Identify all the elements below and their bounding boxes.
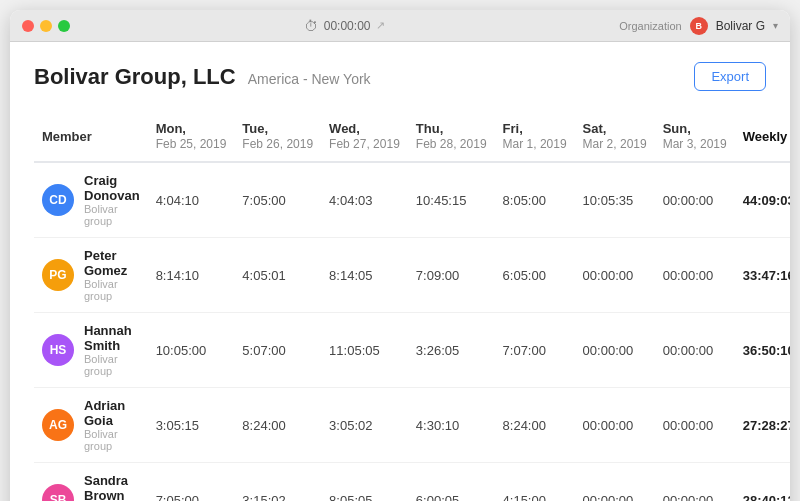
expand-icon: ↗ xyxy=(376,19,385,32)
member-name: Peter Gomez xyxy=(84,248,140,278)
sat-date: Mar 2, 2019 xyxy=(583,137,647,151)
time-cell-5: 10:05:35 xyxy=(575,162,655,238)
member-name: Sandra Brown xyxy=(84,473,140,501)
time-cell-0: 7:05:00 xyxy=(148,463,235,502)
org-chevron[interactable]: ▾ xyxy=(773,20,778,31)
time-cell-6: 00:00:00 xyxy=(655,162,735,238)
close-button[interactable] xyxy=(22,20,34,32)
sat-name: Sat, xyxy=(583,121,607,136)
thu-date: Feb 28, 2019 xyxy=(416,137,487,151)
table-row: AG Adrian Goia Bolivar group 3:05:158:24… xyxy=(34,388,790,463)
wed-date: Feb 27, 2019 xyxy=(329,137,400,151)
member-cell: SB Sandra Brown Bolivar group xyxy=(34,463,148,502)
col-thu: Thu, Feb 28, 2019 xyxy=(408,111,495,162)
timer-icon: ⏱ xyxy=(304,18,318,34)
time-cell-5: 00:00:00 xyxy=(575,313,655,388)
time-cell-0: 8:14:10 xyxy=(148,238,235,313)
member-avatar: HS xyxy=(42,334,74,366)
org-avatar: B xyxy=(690,17,708,35)
timesheet-table: Member Mon, Feb 25, 2019 Tue, Feb 26, 20… xyxy=(34,111,790,501)
weekly-total-header: Weekly total xyxy=(735,111,790,162)
member-cell: AG Adrian Goia Bolivar group xyxy=(34,388,148,463)
table-header-row: Member Mon, Feb 25, 2019 Tue, Feb 26, 20… xyxy=(34,111,790,162)
sun-date: Mar 3, 2019 xyxy=(663,137,727,151)
member-cell: CD Craig Donovan Bolivar group xyxy=(34,162,148,238)
export-button[interactable]: Export xyxy=(694,62,766,91)
time-cell-1: 4:05:01 xyxy=(234,238,321,313)
time-cell-4: 4:15:00 xyxy=(495,463,575,502)
tue-date: Feb 26, 2019 xyxy=(242,137,313,151)
org-label: Organization xyxy=(619,20,681,32)
col-sat: Sat, Mar 2, 2019 xyxy=(575,111,655,162)
time-cell-5: 00:00:00 xyxy=(575,388,655,463)
table-row: PG Peter Gomez Bolivar group 8:14:104:05… xyxy=(34,238,790,313)
mon-date: Feb 25, 2019 xyxy=(156,137,227,151)
weekly-total-cell: 44:09:03 xyxy=(735,162,790,238)
time-cell-1: 8:24:00 xyxy=(234,388,321,463)
table-row: CD Craig Donovan Bolivar group 4:04:107:… xyxy=(34,162,790,238)
timesheet-table-container: Member Mon, Feb 25, 2019 Tue, Feb 26, 20… xyxy=(34,111,766,501)
content-area: Bolivar Group, LLC America - New York Ex… xyxy=(10,42,790,501)
member-info: Adrian Goia Bolivar group xyxy=(84,398,140,452)
time-cell-4: 6:05:00 xyxy=(495,238,575,313)
member-info: Peter Gomez Bolivar group xyxy=(84,248,140,302)
time-cell-6: 00:00:00 xyxy=(655,463,735,502)
page-title-group: Bolivar Group, LLC America - New York xyxy=(34,64,371,90)
weekly-total-cell: 36:50:10 xyxy=(735,313,790,388)
weekly-total-cell: 27:28:27 xyxy=(735,388,790,463)
member-name: Hannah Smith xyxy=(84,323,140,353)
col-wed: Wed, Feb 27, 2019 xyxy=(321,111,408,162)
table-row: HS Hannah Smith Bolivar group 10:05:005:… xyxy=(34,313,790,388)
member-group: Bolivar group xyxy=(84,353,140,377)
time-cell-3: 10:45:15 xyxy=(408,162,495,238)
sun-name: Sun, xyxy=(663,121,691,136)
time-cell-1: 5:07:00 xyxy=(234,313,321,388)
minimize-button[interactable] xyxy=(40,20,52,32)
time-cell-1: 7:05:00 xyxy=(234,162,321,238)
time-cell-3: 3:26:05 xyxy=(408,313,495,388)
member-name: Adrian Goia xyxy=(84,398,140,428)
thu-name: Thu, xyxy=(416,121,443,136)
wed-name: Wed, xyxy=(329,121,360,136)
member-cell: PG Peter Gomez Bolivar group xyxy=(34,238,148,313)
member-info: Sandra Brown Bolivar group xyxy=(84,473,140,501)
col-fri: Fri, Mar 1, 2019 xyxy=(495,111,575,162)
member-avatar: CD xyxy=(42,184,74,216)
member-cell: HS Hannah Smith Bolivar group xyxy=(34,313,148,388)
member-group: Bolivar group xyxy=(84,428,140,452)
time-cell-6: 00:00:00 xyxy=(655,313,735,388)
member-name: Craig Donovan xyxy=(84,173,140,203)
mon-name: Mon, xyxy=(156,121,186,136)
time-cell-3: 4:30:10 xyxy=(408,388,495,463)
member-group: Bolivar group xyxy=(84,278,140,302)
fri-name: Fri, xyxy=(503,121,523,136)
time-cell-6: 00:00:00 xyxy=(655,238,735,313)
member-group: Bolivar group xyxy=(84,203,140,227)
time-cell-3: 6:00:05 xyxy=(408,463,495,502)
member-avatar: SB xyxy=(42,484,74,501)
col-sun: Sun, Mar 3, 2019 xyxy=(655,111,735,162)
time-cell-4: 8:05:00 xyxy=(495,162,575,238)
member-avatar: PG xyxy=(42,259,74,291)
weekly-total-cell: 33:47:16 xyxy=(735,238,790,313)
maximize-button[interactable] xyxy=(58,20,70,32)
time-cell-3: 7:09:00 xyxy=(408,238,495,313)
titlebar-center: ⏱ 00:00:00 ↗ xyxy=(304,18,386,34)
time-cell-5: 00:00:00 xyxy=(575,238,655,313)
col-tue: Tue, Feb 26, 2019 xyxy=(234,111,321,162)
member-column-header: Member xyxy=(34,111,148,162)
time-cell-2: 4:04:03 xyxy=(321,162,408,238)
titlebar: ⏱ 00:00:00 ↗ Organization B Bolivar G ▾ xyxy=(10,10,790,42)
time-cell-2: 8:05:05 xyxy=(321,463,408,502)
tue-name: Tue, xyxy=(242,121,268,136)
time-cell-0: 3:05:15 xyxy=(148,388,235,463)
fri-date: Mar 1, 2019 xyxy=(503,137,567,151)
time-cell-2: 8:14:05 xyxy=(321,238,408,313)
org-name[interactable]: Bolivar G xyxy=(716,19,765,33)
page-header: Bolivar Group, LLC America - New York Ex… xyxy=(34,62,766,91)
time-cell-5: 00:00:00 xyxy=(575,463,655,502)
table-row: SB Sandra Brown Bolivar group 7:05:003:1… xyxy=(34,463,790,502)
member-info: Hannah Smith Bolivar group xyxy=(84,323,140,377)
weekly-total-cell: 28:40:12 xyxy=(735,463,790,502)
time-cell-4: 7:07:00 xyxy=(495,313,575,388)
